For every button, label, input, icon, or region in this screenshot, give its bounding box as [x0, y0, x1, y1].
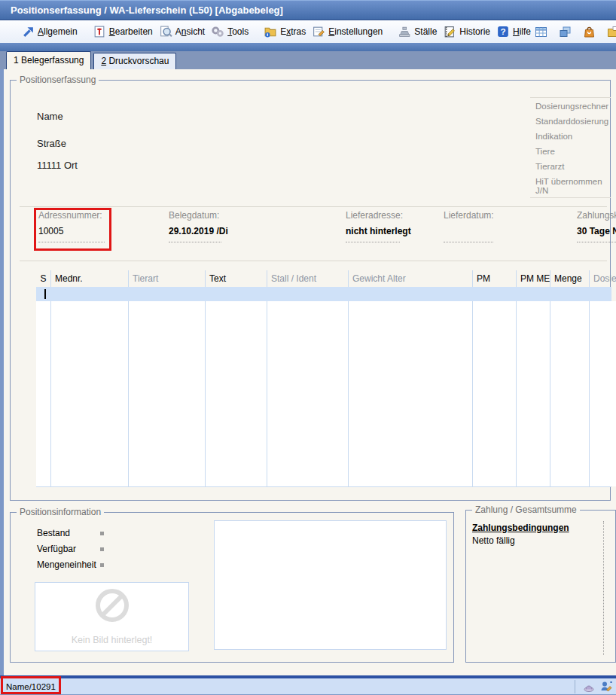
- window-title: Positionserfassung / WA-Lieferschein (L5…: [11, 5, 283, 16]
- value-square: [100, 563, 104, 567]
- arrow-up-right-icon: [21, 25, 35, 38]
- menu-staelle[interactable]: Ställe: [395, 23, 440, 40]
- status-divider: [575, 680, 575, 693]
- zahlungsbedingungen-link[interactable]: Zahlungsbedingungen: [472, 523, 569, 533]
- menu-tools[interactable]: Tools: [208, 23, 252, 40]
- dotted-separator: [603, 521, 604, 655]
- status-bar: Name/10291: [0, 678, 616, 695]
- tab-druckvorschau[interactable]: 2 Druckvorschau: [93, 53, 176, 69]
- position-detail-box[interactable]: [214, 520, 447, 650]
- window-left-border: [0, 69, 4, 675]
- col-dosierung[interactable]: Dosie: [590, 270, 616, 287]
- table-body[interactable]: [36, 301, 611, 487]
- group-label: Positionsinformation: [17, 507, 104, 517]
- col-menge[interactable]: Menge: [550, 270, 590, 287]
- info-row-mengeneinheit: Mengeneinheit: [37, 559, 104, 570]
- link-indikation[interactable]: Indikation: [530, 128, 611, 143]
- group-positionserfassung: Positionserfassung Name Straße 11111 Ort…: [10, 80, 611, 501]
- product-image-box: Kein Bild hinterlegt!: [35, 582, 189, 651]
- menu-bearbeiten[interactable]: Bearbeiten: [90, 23, 156, 40]
- info-row-bestand: Bestand: [37, 528, 104, 538]
- separator: [20, 261, 607, 261]
- side-link-list: Dosierungsrechner Standarddosierung Indi…: [530, 97, 611, 198]
- status-text: Name/10291: [0, 682, 56, 691]
- menu-hilfe[interactable]: ? Hilfe: [493, 23, 534, 40]
- menu-ansicht[interactable]: Ansicht: [156, 23, 208, 40]
- edit-document-icon: [93, 25, 106, 38]
- col-s[interactable]: S: [36, 270, 51, 287]
- status-icons: [575, 680, 616, 693]
- table-grid-icon[interactable]: [534, 25, 548, 39]
- positions-table: S Mednr. Tierart Text Stall / Ident Gewi…: [36, 270, 611, 487]
- tab-belegerfassung[interactable]: 1 Belegerfassung: [6, 51, 91, 69]
- col-pm-me[interactable]: PM ME: [517, 270, 550, 287]
- gears-icon: [211, 25, 224, 38]
- no-image-icon: [94, 587, 130, 623]
- link-dosierungsrechner[interactable]: Dosierungsrechner: [530, 98, 611, 113]
- folder-info-icon: [264, 25, 277, 38]
- value-square: [100, 532, 104, 535]
- group-label: Positionserfassung: [17, 75, 99, 85]
- address-street: Straße: [37, 138, 66, 149]
- field-lieferdatum[interactable]: Lieferdatum:: [444, 210, 519, 242]
- hand-icon[interactable]: [582, 680, 596, 693]
- toolbar-right-icons: [534, 25, 616, 39]
- user-edit-icon[interactable]: [599, 680, 613, 693]
- menu-einstellungen[interactable]: Einstellungen: [309, 23, 386, 40]
- overlapping-windows-icon[interactable]: [558, 25, 572, 39]
- link-tiere[interactable]: Tiere: [530, 143, 611, 158]
- col-pm[interactable]: PM: [473, 270, 517, 287]
- menu-extras[interactable]: Extras: [261, 23, 309, 40]
- col-text[interactable]: Text: [206, 270, 267, 287]
- menu-allgemein[interactable]: Allgemein: [18, 23, 81, 40]
- netto-faellig-text: Netto fällig: [472, 535, 515, 546]
- link-hit-uebernommen[interactable]: HiT übernommen J/N: [530, 173, 611, 198]
- menu-historie[interactable]: Historie: [440, 23, 493, 40]
- magnifier-document-icon: [159, 25, 172, 38]
- title-bar: Positionserfassung / WA-Lieferschein (L5…: [0, 0, 616, 20]
- field-adressnummer[interactable]: Adressnummer: 10005: [38, 210, 114, 242]
- field-zahlungskondition[interactable]: Zahlungsko 30 Tage N: [577, 210, 616, 242]
- app-window: Positionserfassung / WA-Lieferschein (L5…: [0, 0, 616, 695]
- group-label: Zahlung / Gesamtsumme: [472, 504, 580, 515]
- notebook-pencil-icon: [443, 25, 456, 38]
- tab-strip: 1 Belegerfassung 2 Druckvorschau: [0, 51, 616, 69]
- value-square: [100, 547, 104, 551]
- shopping-bag-icon[interactable]: [582, 25, 596, 39]
- folder-document-icon[interactable]: [606, 25, 616, 39]
- form-pencil-icon: [312, 25, 325, 38]
- toolbar-bottom-strip: [0, 43, 616, 51]
- toolbar: Allgemein Bearbeiten Ansicht Tools Extra…: [0, 20, 616, 43]
- link-standarddosierung[interactable]: Standarddosierung: [530, 113, 611, 128]
- no-image-text: Kein Bild hinterlegt!: [35, 635, 188, 645]
- group-positionsinformation: Positionsinformation Bestand Verfügbar M…: [10, 512, 454, 663]
- field-belegdatum[interactable]: Belegdatum: 29.10.2019 /Di: [169, 210, 252, 242]
- table-header-row: S Mednr. Tierart Text Stall / Ident Gewi…: [36, 270, 611, 287]
- address-name: Name: [37, 111, 63, 122]
- info-row-verfuegbar: Verfügbar: [37, 544, 104, 554]
- svg-text:?: ?: [500, 26, 505, 36]
- link-tierarzt[interactable]: Tierarzt: [530, 158, 611, 173]
- help-icon: ?: [496, 25, 510, 38]
- group-zahlung: Zahlung / Gesamtsumme Zahlungsbedingunge…: [465, 510, 616, 663]
- col-gewicht-alter[interactable]: Gewicht Alter: [349, 270, 473, 287]
- stamp-icon: [398, 25, 411, 38]
- separator: [20, 206, 607, 207]
- address-city: 11111 Ort: [37, 160, 78, 171]
- field-lieferadresse[interactable]: Lieferadresse: nicht hinterlegt: [346, 210, 428, 242]
- col-stall-ident[interactable]: Stall / Ident: [267, 270, 349, 287]
- text-caret: [44, 289, 46, 299]
- selected-row[interactable]: [36, 287, 611, 301]
- col-mednr[interactable]: Mednr.: [51, 270, 129, 287]
- col-tierart[interactable]: Tierart: [129, 270, 206, 287]
